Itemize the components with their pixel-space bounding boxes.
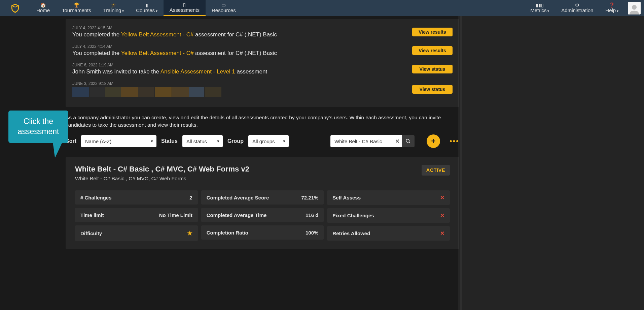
stat-difficulty: Difficulty ★ (75, 225, 198, 241)
activity-date: JUNE 3, 2022 9:18 AM (72, 81, 412, 86)
assessment-title: White Belt - C# Basic , C# MVC, C# Web F… (75, 165, 422, 174)
activity-link[interactable]: Yellow Belt Assessment - C# (121, 50, 194, 56)
svg-line-2 (409, 142, 410, 143)
gear-icon: ⚙ (575, 3, 579, 7)
nav-administration[interactable]: ⚙Administration (555, 0, 599, 16)
activity-date: JUNE 6, 2022 1:19 AM (72, 63, 412, 67)
book-icon: ▮ (145, 3, 148, 7)
view-results-button[interactable]: View results (412, 46, 453, 55)
activity-link[interactable]: Ansible Assessment - Level 1 (160, 68, 235, 75)
nav-courses[interactable]: ▮Courses (130, 0, 164, 16)
svg-point-1 (406, 139, 409, 142)
assessment-subtitle: White Belt - C# Basic , C# MVC, C# Web F… (75, 176, 422, 182)
assessment-card[interactable]: White Belt - C# Basic , C# MVC, C# Web F… (66, 157, 459, 249)
activity-feed: JULY 4, 2022 4:15 AM You completed the Y… (66, 19, 459, 107)
graduation-icon: 🎓 (111, 3, 116, 7)
stat-completion-ratio: Completion Ratio 100% (201, 225, 324, 240)
filter-row: Sort Name (A-Z)▼ Status All status▼ Grou… (66, 134, 459, 148)
tutorial-callout: Click the assessment (8, 111, 68, 143)
activity-text: You completed the Yellow Belt Assessment… (72, 31, 412, 38)
activity-item: JULY 4, 2022 4:15 AM You completed the Y… (72, 24, 453, 42)
stat-avg-score: Completed Average Score 72.21% (201, 190, 324, 205)
nav-help[interactable]: ❓Help (599, 0, 624, 16)
search-button[interactable] (402, 135, 415, 147)
nav-metrics[interactable]: ▮▮▯Metrics (524, 0, 555, 16)
status-badge: ACTIVE (422, 165, 450, 176)
stat-self-assess: Self Assess ✕ (327, 190, 450, 205)
more-options-button[interactable]: ••• (450, 137, 459, 146)
x-icon: ✕ (440, 194, 444, 201)
chevron-down-icon: ▼ (282, 139, 286, 143)
group-label: Group (227, 138, 244, 144)
redacted-content (72, 87, 412, 97)
add-assessment-button[interactable]: + (427, 134, 440, 148)
trophy-icon: 🏆 (74, 3, 79, 7)
star-icon: ★ (187, 229, 192, 237)
search-icon (405, 138, 411, 144)
help-icon: ❓ (609, 3, 615, 7)
clear-search-button[interactable]: ✕ (393, 135, 402, 147)
home-icon: 🏠 (40, 3, 46, 7)
nav-training[interactable]: 🎓Training (97, 0, 130, 16)
stat-grid: # Challenges 2 Time limit No Time Limit … (75, 190, 450, 241)
status-label: Status (161, 138, 178, 144)
activity-text: You completed the Yellow Belt Assessment… (72, 50, 412, 57)
activity-text: John Smith was invited to take the Ansib… (72, 68, 412, 75)
activity-item: JULY 4, 2022 4:14 AM You completed the Y… (72, 42, 453, 61)
top-nav: 🏠Home 🏆Tournaments 🎓Training ▮Courses ▯A… (0, 0, 644, 16)
chevron-down-icon: ▼ (150, 139, 154, 143)
nav-resources[interactable]: ▭Resources (206, 0, 242, 16)
presentation-icon: ▭ (221, 3, 226, 7)
group-select[interactable]: All groups▼ (248, 135, 289, 147)
stat-avg-time: Completed Average Time 116 d (201, 208, 324, 222)
activity-date: JULY 4, 2022 4:14 AM (72, 44, 412, 49)
search-input[interactable] (330, 135, 402, 147)
x-icon: ✕ (440, 212, 444, 219)
user-avatar[interactable] (628, 2, 641, 14)
svg-point-0 (632, 5, 637, 9)
view-status-button[interactable]: View status (412, 65, 453, 73)
right-background (460, 16, 644, 310)
stat-retries-allowed: Retries Allowed ✕ (327, 226, 450, 241)
chart-icon: ▮▮▯ (536, 3, 544, 7)
stat-time-limit: Time limit No Time Limit (75, 208, 198, 222)
document-icon: ▯ (183, 2, 186, 7)
view-status-button[interactable]: View status (412, 85, 453, 94)
sort-select[interactable]: Name (A-Z)▼ (81, 135, 156, 147)
intro-text: As a company administrator you can creat… (66, 114, 459, 128)
activity-date: JULY 4, 2022 4:15 AM (72, 26, 412, 30)
x-icon: ✕ (440, 230, 444, 237)
chevron-down-icon: ▼ (216, 139, 220, 143)
logo[interactable] (0, 3, 30, 13)
nav-tournaments[interactable]: 🏆Tournaments (56, 0, 97, 16)
activity-link[interactable]: Yellow Belt Assessment - C# (121, 31, 194, 38)
nav-assessments[interactable]: ▯Assessments (164, 0, 206, 16)
nav-home[interactable]: 🏠Home (30, 0, 56, 16)
status-select[interactable]: All status▼ (182, 135, 223, 147)
view-results-button[interactable]: View results (412, 28, 453, 36)
stat-fixed-challenges: Fixed Challenges ✕ (327, 208, 450, 223)
activity-item: JUNE 3, 2022 9:18 AM View status (72, 79, 453, 101)
activity-item: JUNE 6, 2022 1:19 AM John Smith was invi… (72, 61, 453, 79)
scrollbar-track[interactable] (458, 16, 462, 310)
stat-challenges: # Challenges 2 (75, 190, 198, 205)
